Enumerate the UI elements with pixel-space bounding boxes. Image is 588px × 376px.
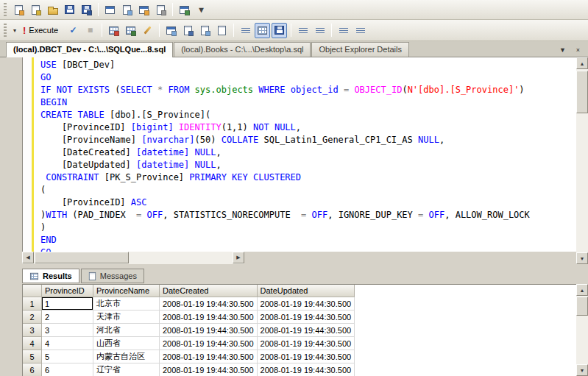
parse-query-icon[interactable]: ✓ xyxy=(65,23,81,38)
grid-cell[interactable]: 2008-01-19 19:44:30.500 xyxy=(258,337,355,350)
grid-cell[interactable]: 2008-01-19 19:44:30.500 xyxy=(160,297,258,311)
scrollbar-thumb[interactable] xyxy=(576,71,588,113)
grid-cell[interactable]: 1 xyxy=(42,297,93,311)
results-to-grid-icon[interactable] xyxy=(255,23,270,38)
results-tab-messages[interactable]: Messages xyxy=(81,269,144,283)
results-tab-label: Messages xyxy=(100,272,137,280)
registered-servers-icon[interactable] xyxy=(102,2,118,18)
cancel-query-icon[interactable]: ■ xyxy=(82,23,98,38)
editor-vertical-scrollbar[interactable]: ▲ ▼ xyxy=(576,57,588,264)
grid-cell[interactable]: 2008-01-19 19:44:30.500 xyxy=(160,337,258,350)
grid-cell[interactable]: 2008-01-19 19:44:30.500 xyxy=(160,350,258,363)
messages-icon xyxy=(89,272,96,280)
sql-editor[interactable]: USE [DBCT_Dev]GOIF NOT EXISTS (SELECT * … xyxy=(22,57,576,252)
grid-cell[interactable]: 5 xyxy=(42,350,93,363)
code-line: GO xyxy=(40,71,576,84)
toolbar-grip[interactable] xyxy=(4,24,7,37)
grid-cell[interactable]: 2008-01-19 19:44:30.500 xyxy=(258,297,355,311)
grid-cell[interactable]: 2 xyxy=(42,311,93,324)
save-icon[interactable] xyxy=(62,2,77,18)
copy-query-icon[interactable] xyxy=(197,23,213,38)
icon-badge xyxy=(188,31,194,36)
row-header[interactable]: 1 xyxy=(23,297,42,311)
uncomment-lines-icon[interactable] xyxy=(312,23,327,38)
query-options-icon[interactable] xyxy=(140,23,155,38)
grid-cell[interactable]: 3 xyxy=(42,324,93,337)
table-row: 33河北省2008-01-19 19:44:30.5002008-01-19 1… xyxy=(23,324,355,337)
document-tab[interactable]: (local).Books - C:\...\Desktop\a.sql xyxy=(174,42,311,57)
scroll-left-button[interactable]: ◀ xyxy=(22,252,34,263)
icon-badge xyxy=(36,10,41,15)
scroll-down-button[interactable]: ▼ xyxy=(576,252,588,264)
row-header[interactable]: 3 xyxy=(23,324,42,337)
scroll-down-button[interactable]: ▼ xyxy=(576,364,588,376)
paste-query-icon[interactable] xyxy=(214,23,230,38)
comment-lines-icon[interactable] xyxy=(295,23,311,38)
grid-cell[interactable]: 2008-01-19 19:44:30.500 xyxy=(258,363,355,376)
grid-cell[interactable]: 辽宁省 xyxy=(93,363,160,376)
scrollbar-thumb[interactable] xyxy=(576,297,588,316)
grid-cell[interactable]: 山西省 xyxy=(93,337,160,350)
results-to-file-icon[interactable] xyxy=(272,23,287,38)
save-all-icon[interactable] xyxy=(79,2,94,18)
row-header[interactable]: 5 xyxy=(23,350,42,363)
grid-cell[interactable]: 天津市 xyxy=(93,311,160,324)
results-to-text-icon[interactable] xyxy=(238,23,253,38)
grid-cell[interactable]: 4 xyxy=(42,337,93,350)
increase-indent-icon[interactable] xyxy=(353,23,368,38)
grid-cell[interactable]: 2008-01-19 19:44:30.500 xyxy=(258,311,355,324)
grid-cell[interactable]: 河北省 xyxy=(93,324,160,337)
database-engine-query-icon[interactable] xyxy=(28,2,43,18)
table-row: 55内蒙古自治区2008-01-19 19:44:30.5002008-01-1… xyxy=(23,350,355,363)
grid-cell[interactable]: 北京市 xyxy=(93,297,160,311)
grid-cell[interactable]: 2008-01-19 19:44:30.500 xyxy=(258,324,355,337)
open-file-icon[interactable] xyxy=(45,2,60,18)
results-grid[interactable]: ProvinceIDProvinceNameDateCreatedDateUpd… xyxy=(22,284,576,376)
code-line: USE [DBCT_Dev] xyxy=(40,59,576,71)
column-header-dateupdated[interactable]: DateUpdated xyxy=(258,285,355,297)
actual-plan-icon[interactable] xyxy=(123,23,138,38)
code-area[interactable]: USE [DBCT_Dev]GOIF NOT EXISTS (SELECT * … xyxy=(40,59,576,252)
summary-page-icon[interactable] xyxy=(119,2,135,18)
estimated-plan-icon[interactable] xyxy=(106,23,121,38)
results-vertical-scrollbar[interactable]: ▲ ▼ xyxy=(576,284,588,376)
connect-dropdown-chevron[interactable]: ▾ xyxy=(13,27,16,34)
editor-horizontal-scrollbar[interactable]: ◀ ▶ xyxy=(22,252,244,264)
column-header-datecreated[interactable]: DateCreated xyxy=(160,285,258,297)
object-explorer-icon[interactable] xyxy=(136,2,152,18)
grid-cell[interactable]: 2008-01-19 19:44:30.500 xyxy=(160,363,258,376)
new-window-icon[interactable] xyxy=(180,23,196,38)
close-document-button[interactable]: × xyxy=(573,44,584,55)
grid-cell[interactable]: 2008-01-19 19:44:30.500 xyxy=(160,311,258,324)
toolbar-grip[interactable] xyxy=(4,3,7,16)
grid-cell[interactable]: 内蒙古自治区 xyxy=(93,350,160,363)
scrollbar-thumb[interactable] xyxy=(35,252,129,263)
toolbar-options-chevron[interactable]: ▾ xyxy=(194,2,209,18)
results-tab-results[interactable]: Results xyxy=(22,269,79,283)
document-tab[interactable]: (local).DBCT_Dev - C:\...\SQLQue...8.sql xyxy=(6,42,173,57)
scroll-up-button[interactable]: ▲ xyxy=(576,284,588,296)
grid-cell[interactable]: 2008-01-19 19:44:30.500 xyxy=(258,350,355,363)
icon-badge xyxy=(127,10,132,15)
decrease-indent-icon[interactable] xyxy=(336,23,351,38)
row-header[interactable]: 2 xyxy=(23,311,42,324)
grid-corner[interactable] xyxy=(23,285,42,297)
scroll-up-button[interactable]: ▲ xyxy=(576,57,588,69)
template-explorer-icon[interactable] xyxy=(153,2,169,18)
document-tab[interactable]: Object Explorer Details xyxy=(311,42,409,57)
active-files-dropdown[interactable]: ▼ xyxy=(557,44,568,55)
scroll-right-button[interactable]: ▶ xyxy=(233,252,244,263)
execute-button[interactable]: ! Execute xyxy=(19,23,65,38)
new-query-icon[interactable] xyxy=(11,2,26,18)
toolbar-separator xyxy=(102,24,102,37)
grid-cell[interactable]: 2008-01-19 19:44:30.500 xyxy=(160,324,258,337)
grid-cell[interactable]: 6 xyxy=(42,363,93,376)
row-header[interactable]: 4 xyxy=(23,337,42,350)
intellisense-icon[interactable] xyxy=(163,23,179,38)
row-header[interactable]: 6 xyxy=(23,363,42,376)
toolbar-separator xyxy=(172,3,173,16)
toolbar-separator xyxy=(98,3,99,16)
properties-window-icon[interactable] xyxy=(177,2,192,18)
column-header-provinceid[interactable]: ProvinceID xyxy=(42,285,93,297)
column-header-provincename[interactable]: ProvinceName xyxy=(93,285,160,297)
